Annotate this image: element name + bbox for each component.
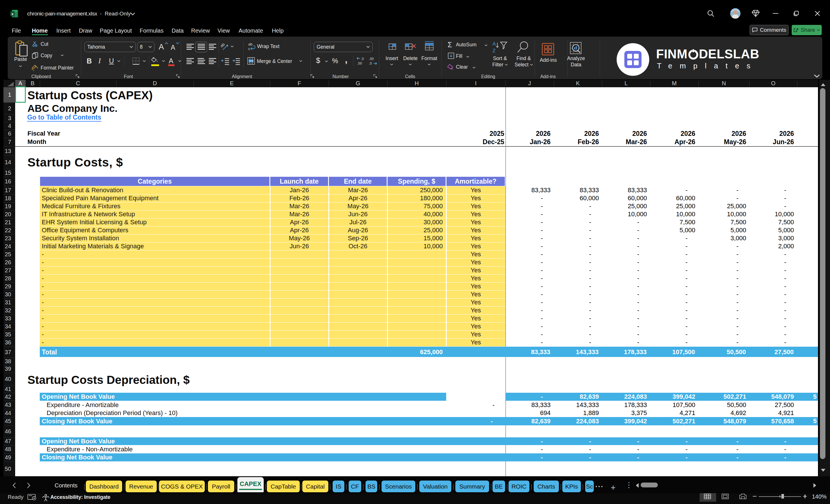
svg-text:Z: Z	[492, 48, 496, 54]
svg-text:ab: ab	[248, 42, 252, 46]
svg-text:.00: .00	[357, 62, 362, 65]
svg-text:ab: ab	[221, 43, 226, 48]
svg-text:.0: .0	[369, 62, 372, 65]
svg-text:A: A	[492, 41, 496, 46]
svg-text:c: c	[248, 46, 250, 51]
svg-text:.0: .0	[361, 57, 364, 61]
svg-text:x: x	[11, 12, 14, 16]
svg-text:.00: .00	[369, 57, 374, 61]
